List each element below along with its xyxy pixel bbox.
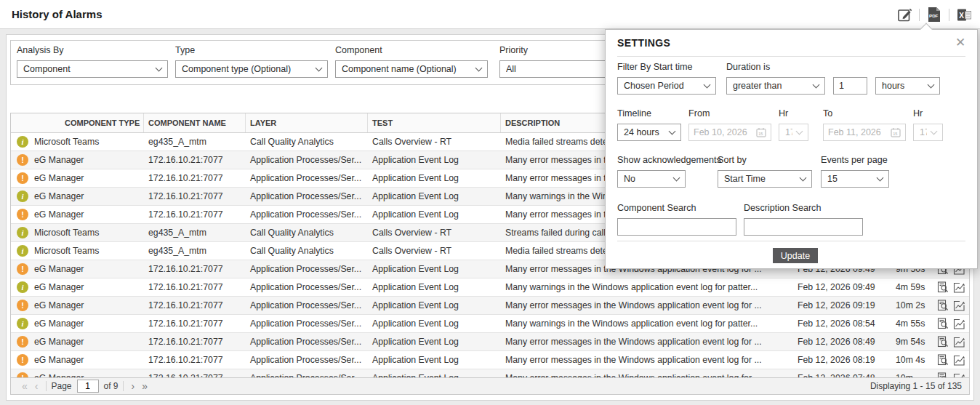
header-component-name[interactable]: COMPONENT NAME	[144, 113, 246, 132]
calendar-icon: 15	[891, 127, 901, 137]
next-page-button[interactable]: ›	[128, 379, 139, 393]
chevron-down-icon	[673, 174, 680, 181]
duration-operator-select[interactable]: greater than	[726, 77, 825, 95]
component-name-cell: 172.16.10.21:7077	[144, 151, 246, 169]
minor-alarm-icon	[17, 318, 28, 329]
diagnosis-icon[interactable]	[937, 318, 949, 330]
close-icon[interactable]: ✕	[954, 36, 967, 49]
table-row[interactable]: eG Manager 172.16.10.21:7077 Application…	[11, 351, 969, 369]
measure-graph-icon[interactable]	[953, 281, 965, 294]
settings-title: SETTINGS	[617, 37, 670, 49]
component-select[interactable]: Component name (Optional)	[335, 60, 488, 78]
toolbar-separator	[949, 9, 949, 21]
diagnosis-icon[interactable]	[937, 354, 949, 366]
test-cell: Application Event Log	[368, 188, 501, 205]
header-component-type[interactable]: COMPONENT TYPE	[11, 113, 144, 132]
component-type-cell: Microsoft Teams	[34, 246, 99, 256]
test-cell: Application Event Log	[368, 278, 501, 296]
sort-by-label: Sort by	[718, 155, 812, 165]
measure-graph-icon[interactable]	[953, 336, 965, 348]
filter-analysis-by: Analysis By Component	[17, 45, 168, 78]
layer-cell: Application Processes/Ser...	[246, 278, 368, 296]
duration-unit-select[interactable]: hours	[875, 77, 940, 95]
header-test[interactable]: TEST	[368, 113, 501, 132]
to-date-input[interactable]: Feb 11, 2026 15	[823, 124, 906, 141]
filter-by-start-time-select[interactable]: Chosen Period	[617, 77, 716, 95]
chevron-down-icon	[931, 127, 938, 135]
layer-cell: Call Quality Analytics	[246, 242, 368, 260]
export-pdf-icon[interactable]: PDF	[925, 6, 943, 23]
layer-cell: Call Quality Analytics	[246, 224, 368, 241]
duration-cell: 4m 55s	[891, 315, 933, 332]
diagnosis-icon[interactable]	[937, 336, 949, 348]
table-row[interactable]: eG Manager 172.16.10.21:7077 Application…	[11, 297, 969, 315]
test-cell: Application Event Log	[368, 260, 501, 278]
component-name-cell: 172.16.10.21:7077	[144, 188, 246, 205]
from-hr-select[interactable]: 17	[779, 124, 808, 141]
measure-graph-icon[interactable]	[953, 318, 965, 330]
measure-graph-icon[interactable]	[953, 300, 965, 312]
description-search-label: Description Search	[744, 203, 863, 213]
start-time-cell: Feb 12, 2026 08:19	[793, 351, 891, 369]
test-cell: Application Event Log	[368, 315, 501, 332]
diagnosis-icon[interactable]	[937, 281, 949, 294]
chevron-down-icon	[877, 174, 884, 181]
layer-cell: Application Processes/Ser...	[246, 297, 368, 314]
diagnosis-icon[interactable]	[937, 300, 949, 312]
show-acknowledgements-select[interactable]: No	[617, 170, 686, 188]
layer-cell: Application Processes/Ser...	[246, 260, 368, 278]
first-page-button[interactable]: «	[18, 379, 31, 393]
major-alarm-icon	[17, 300, 28, 311]
sort-by-select[interactable]: Start Time	[718, 170, 812, 188]
edit-settings-icon[interactable]	[896, 6, 913, 23]
component-name-cell: 172.16.10.21:7077	[144, 333, 246, 350]
filter-by-start-time-value: Chosen Period	[624, 81, 700, 91]
component-type-cell: eG Manager	[34, 191, 84, 201]
description-search-input[interactable]	[744, 218, 863, 236]
table-row[interactable]: eG Manager 172.16.10.21:7077 Application…	[11, 333, 969, 351]
component-search-input[interactable]	[617, 218, 736, 236]
settings-panel: SETTINGS ✕ Filter By Start time Chosen P…	[605, 29, 978, 269]
to-hr-group: Hr 17	[913, 108, 943, 141]
table-row[interactable]: eG Manager 172.16.10.21:7077 Application…	[11, 315, 969, 333]
start-time-cell: Feb 12, 2026 09:49	[793, 278, 891, 296]
events-per-page-group: Events per page 15	[821, 155, 889, 188]
component-type-cell: eG Manager	[34, 355, 84, 365]
page-of-label: of 9	[104, 381, 119, 391]
page-number-input[interactable]	[77, 380, 99, 393]
last-page-button[interactable]: »	[138, 379, 151, 393]
component-name-cell: 172.16.10.21:7077	[144, 315, 246, 332]
description-cell: Many error messages in the Windows appli…	[501, 333, 793, 350]
component-search-label: Component Search	[617, 203, 736, 213]
minor-alarm-icon	[17, 191, 28, 202]
duration-cell: 9m 54s	[891, 333, 933, 350]
export-excel-icon[interactable]: X	[955, 6, 973, 23]
sort-by-group: Sort by Start Time	[718, 155, 812, 188]
description-cell: Many warnings in the Windows application…	[501, 315, 793, 332]
duration-amount-input[interactable]	[833, 77, 867, 95]
update-button[interactable]: Update	[773, 248, 818, 263]
filter-by-start-time-group: Filter By Start time Chosen Period	[617, 62, 716, 95]
measure-graph-icon[interactable]	[953, 354, 965, 366]
svg-text:15: 15	[893, 132, 897, 136]
timeline-select[interactable]: 24 hours	[617, 124, 681, 141]
analysis-by-value: Component	[23, 64, 152, 74]
analysis-by-select[interactable]: Component	[17, 60, 168, 78]
type-select[interactable]: Component type (Optional)	[175, 60, 328, 78]
events-per-page-select[interactable]: 15	[821, 170, 889, 188]
svg-text:X: X	[959, 11, 964, 19]
minor-alarm-icon	[17, 245, 28, 257]
table-row[interactable]: eG Manager 172.16.10.21:7077 Application…	[11, 278, 969, 297]
chevron-down-icon	[796, 127, 803, 135]
from-date-input[interactable]: Feb 10, 2026 15	[688, 124, 771, 141]
component-type-cell: eG Manager	[34, 318, 84, 329]
header-layer[interactable]: LAYER	[246, 113, 368, 132]
component-value: Component name (Optional)	[342, 64, 472, 74]
component-name-cell: 172.16.10.21:7077	[144, 169, 246, 187]
layer-cell: Application Processes/Ser...	[246, 351, 368, 369]
to-hr-select[interactable]: 17	[913, 124, 943, 141]
component-name-cell: eg435_A_mtm	[144, 133, 246, 151]
page-title: History of Alarms	[12, 8, 102, 20]
prev-page-button[interactable]: ‹	[31, 379, 42, 393]
from-date-group: From Feb 10, 2026 15	[688, 108, 771, 141]
